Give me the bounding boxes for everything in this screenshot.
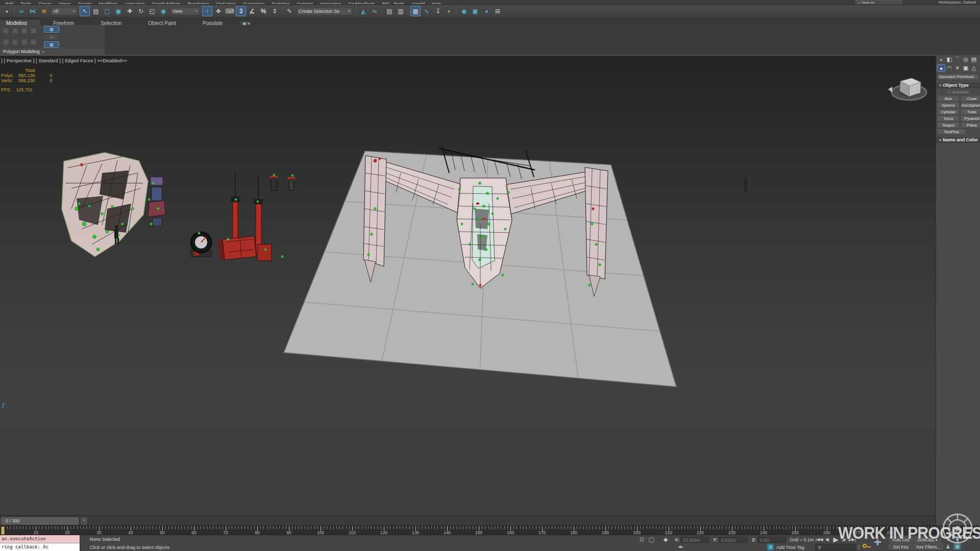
menu-tools[interactable]: Tools [17,2,35,5]
menu-content[interactable]: Content [293,2,316,5]
select-by-name-icon[interactable]: ▤ [91,6,101,16]
menu-modifiers[interactable]: Modifiers [95,2,121,5]
curve-editor-icon[interactable]: ∿ [422,6,432,16]
menu-rsl-tools[interactable]: RSL_Tools [378,2,408,5]
menu-help[interactable]: Help [428,2,445,5]
menu-crymaxtools[interactable]: CryMaxTools [345,2,378,5]
reference-coordinate-system-dropdown[interactable]: View▼ [170,7,200,15]
primitive-button-sphere[interactable]: Sphere [937,102,960,108]
align-icon[interactable]: ≒ [370,6,380,16]
menu-graph-editors[interactable]: Graph Editors [149,2,184,5]
display-tab-icon[interactable]: ▤ [970,56,978,63]
go-to-start-button[interactable]: |◀◀ [815,536,823,543]
keyboard-shortcut-override-icon[interactable]: ⌨ [225,6,235,16]
select-and-place-icon[interactable]: ◉ [158,6,168,16]
unlink-selection-icon[interactable]: ⋈ [28,6,38,16]
use-pivot-point-center-icon[interactable]: ↑ [202,6,212,16]
menu-group[interactable]: Group [35,2,55,5]
ribbon-tool-button-6[interactable] [11,38,19,46]
create-tab-icon[interactable]: + [937,56,945,63]
hierarchy-tab-icon[interactable]: ⌒ [953,56,962,63]
menu-arnold[interactable]: Arnold [408,2,428,5]
menu-rendering[interactable]: Rendering [184,2,213,5]
component-stack[interactable] [148,177,165,226]
percent-snap-toggle-icon[interactable]: % [258,6,268,16]
primitive-button-geosphere[interactable]: GeoSphere [961,102,980,108]
render-iterative-icon[interactable]: ⊞ [493,6,503,16]
maxscript-mini-listener[interactable]: an.executeAction ring callback: Ac [0,535,80,551]
render-setup-icon[interactable]: ◉ [459,6,469,16]
add-time-tag-button[interactable]: Add Time Tag [776,545,804,550]
sign-in-button[interactable]: ○ Sign In [855,0,902,4]
x-coord-field[interactable]: 13.305m [680,537,709,543]
mirror-icon[interactable]: ◭ [358,6,369,16]
ribbon-stack-button-bottom[interactable]: ▥ [44,41,59,48]
timeline-playhead[interactable] [1,527,5,535]
select-and-scale-icon[interactable]: ◱ [147,6,157,16]
small-part-2[interactable] [288,174,295,190]
select-and-rotate-icon[interactable]: ↻ [136,6,146,16]
viewcube[interactable] [888,78,926,100]
ribbon-tool-button-8[interactable] [30,38,37,46]
toggle-ribbon-icon[interactable]: ▦ [410,6,421,16]
snaps-toggle-icon[interactable]: 3 [236,6,246,16]
selection-filter-dropdown[interactable]: All▼ [51,7,78,15]
select-and-link-icon[interactable]: ∞ [16,6,27,16]
red-crate-assembly[interactable] [218,236,272,261]
helpers-category-icon[interactable]: △ [970,64,978,72]
ribbon-stack-button-top[interactable]: ▥ [44,26,59,33]
frame-spinner-arrows[interactable]: ▲▼ [857,544,861,550]
ribbon-tool-button-1[interactable] [2,27,10,35]
gauge-object[interactable] [191,232,211,257]
isolate-selection-icon[interactable]: ⊡ [640,537,644,542]
render-production-icon[interactable]: ◕ [481,6,492,16]
primitive-button-cylinder[interactable]: Cylinder [937,109,960,115]
primitive-category-dropdown[interactable]: Standard Primitives [937,73,979,80]
shapes-category-icon[interactable]: ◠ [945,64,953,72]
menu-edit[interactable]: Edit [2,2,17,5]
time-slider[interactable]: 0 / 300 [1,517,79,524]
bind-to-space-warp-icon[interactable]: ≋ [39,6,49,16]
workspaces-dropdown[interactable]: Workspaces: Default [938,0,976,4]
small-part-1[interactable] [270,174,278,190]
primitive-button-plane[interactable]: Plane [961,122,980,128]
window-crossing-toggle-icon[interactable]: ▣ [113,6,124,16]
current-frame-field[interactable]: 0 [815,544,856,550]
modify-tab-icon[interactable]: ◧ [945,56,953,63]
primitive-button-tube[interactable]: Tube [961,109,980,115]
select-object-icon[interactable]: ↖ [80,6,90,16]
primitive-button-cone[interactable]: Cone [961,95,980,102]
ribbon-tool-button-5[interactable] [2,38,10,46]
edit-named-selection-sets-icon[interactable]: ✎ [284,6,295,16]
ribbon-tool-button-2[interactable] [11,27,19,35]
schematic-view-icon[interactable]: ↧ [433,6,443,16]
hull-mesh[interactable] [62,153,148,257]
human-figure-right[interactable] [744,177,748,193]
menu-create[interactable]: Create [74,2,95,5]
key-filters-button[interactable]: Key Filters... [914,543,943,549]
object-type-rollout-header[interactable]: ▾Object Type [936,82,980,88]
menu-views[interactable]: Views [55,2,75,5]
primitive-button-textplus[interactable]: TextPlus [937,129,966,135]
menu-scripting[interactable]: Scripting [268,2,293,5]
select-place-partial-icon[interactable]: ◖ [2,6,12,16]
ribbon-tool-button-4[interactable] [30,27,37,35]
geometry-category-icon[interactable]: ● [937,64,945,72]
timeline-ruler[interactable]: 1020304050607080901001101201301401501601… [0,525,980,535]
cameras-category-icon[interactable]: ▣ [962,64,970,72]
autogrid-checkbox[interactable]: ☐ AutoGrid [936,90,980,94]
red-antenna-1[interactable] [231,172,240,249]
name-color-rollout-header[interactable]: ▾Name and Color [936,136,980,143]
menu-interactive[interactable]: Interactive [316,2,345,5]
primitive-button-pyramid[interactable]: Pyramid [961,115,980,121]
menu-animation[interactable]: Animation [121,2,149,5]
angle-snap-toggle-icon[interactable]: ∠ [247,6,257,16]
toggle-layer-explorer-icon[interactable]: ▥ [396,6,406,16]
primitive-button-teapot[interactable]: Teapot [937,122,960,128]
material-editor-icon[interactable]: ◐ [444,6,454,16]
ribbon-tool-button-3[interactable] [20,27,28,35]
next-frame-arrow-button[interactable]: > [81,517,87,524]
motion-tab-icon[interactable]: ◎ [962,56,970,63]
toggle-scene-explorer-icon[interactable]: ▤ [384,6,395,16]
scene-3d[interactable]: f [0,56,936,515]
